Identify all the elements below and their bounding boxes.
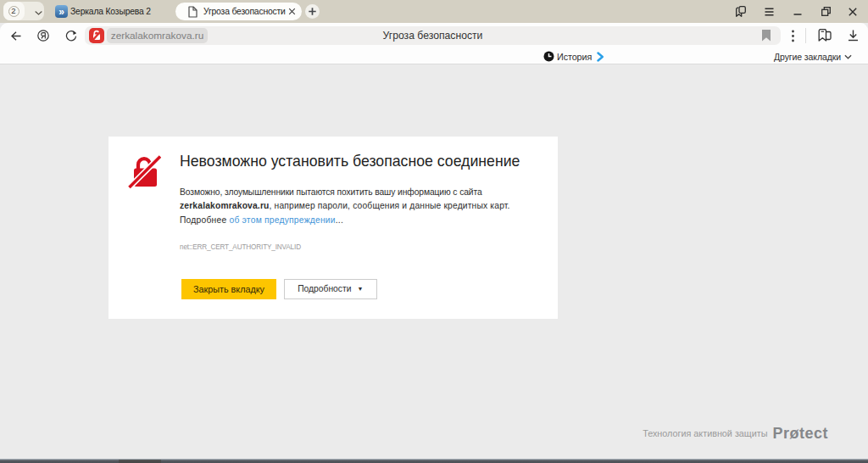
- svg-text:»: »: [58, 6, 64, 18]
